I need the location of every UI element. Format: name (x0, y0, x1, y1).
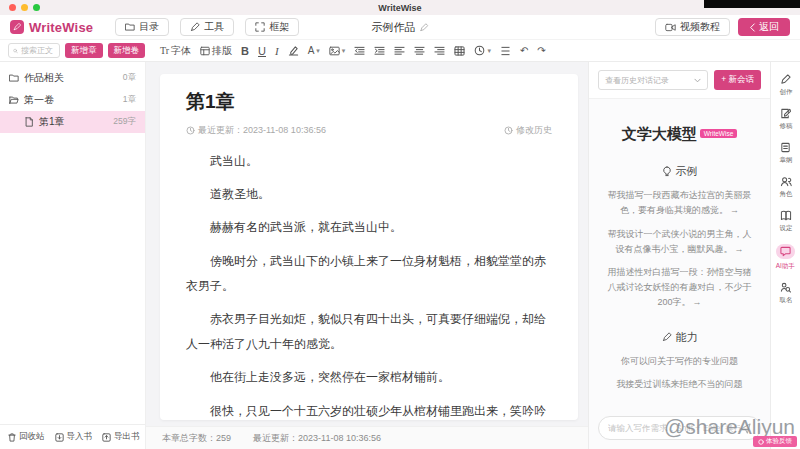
folder-icon (9, 73, 19, 83)
tree-item-count: 0章 (123, 72, 136, 84)
clock-icon (186, 126, 195, 135)
paragraph: 道教圣地。 (186, 182, 552, 207)
rail-item-characters[interactable]: 角色 (779, 176, 793, 199)
font-menu[interactable]: Tr字体 (160, 44, 191, 58)
rail-item-revise[interactable]: 修稿 (779, 108, 793, 131)
add-chapter-button[interactable]: 新增章 (65, 43, 103, 58)
search-input[interactable] (21, 46, 55, 55)
caret-down-icon: ▾ (316, 47, 320, 55)
table-icon (454, 46, 465, 56)
logo-text: WriteWise (29, 20, 93, 35)
revision-history-button[interactable]: 修改历史 (504, 124, 552, 137)
line-spacing-button[interactable] (500, 46, 511, 56)
paragraph: 很快，只见一个十五六岁的壮硕少年从棺材铺里跑出来，笑吟吟问：“大爷，不知您有什么… (186, 399, 552, 421)
redo-button[interactable]: ↷ (537, 45, 545, 56)
align-left-icon (394, 46, 405, 56)
history-clock-button[interactable]: ▾ (474, 45, 491, 56)
align-right-button[interactable] (434, 46, 445, 56)
indent-decrease-button[interactable] (354, 46, 365, 56)
highlighter-icon (288, 45, 299, 56)
catalog-button[interactable]: 目录 (115, 18, 169, 36)
lightbulb-icon (662, 166, 672, 177)
feature-rail: 创作 修稿 章纲 角色 设定 AI助手 (770, 62, 800, 449)
send-icon[interactable] (740, 423, 751, 434)
chat-bubble-icon (780, 246, 791, 257)
arrow-right-icon: → (693, 297, 702, 307)
example-prompt[interactable]: 帮我设计一个武侠小说的男主角，人设有点像韦小宝，幽默风趣。→ (605, 227, 754, 257)
feedback-badge[interactable]: 体验反馈 (753, 436, 797, 447)
align-center-button[interactable] (414, 46, 425, 56)
caret-down-icon: ▾ (487, 47, 491, 55)
create-pen-icon (780, 74, 791, 85)
bold-glyph: B (241, 45, 249, 57)
abilities-header: 能力 (589, 330, 770, 345)
undo-button[interactable]: ↶ (520, 45, 528, 56)
header-nav: 目录 工具 框架 (115, 18, 299, 36)
video-tutorial-button[interactable]: 视频教程 (655, 18, 730, 36)
search-box[interactable] (8, 43, 60, 58)
catalog-button-label: 目录 (139, 20, 159, 34)
layout-label: 排版 (212, 44, 232, 58)
tree-item-volume1[interactable]: 第一卷 1章 (0, 89, 145, 111)
back-button[interactable]: 返回 (738, 18, 790, 36)
align-left-button[interactable] (394, 46, 405, 56)
bold-button[interactable]: B (241, 45, 249, 57)
video-tutorial-label: 视频教程 (680, 20, 720, 34)
indent-increase-button[interactable] (374, 46, 385, 56)
screen-overlay-bar (704, 0, 800, 8)
undo-icon: ↶ (520, 45, 528, 56)
examples-title: 示例 (676, 164, 698, 179)
new-chat-button[interactable]: + 新会话 (714, 70, 761, 90)
rail-item-naming[interactable]: 取名 (779, 282, 793, 305)
export-book-label: 导出书 (114, 431, 140, 443)
abilities-title: 能力 (676, 330, 698, 345)
titlebar: WriteWise (0, 0, 800, 15)
example-prompt[interactable]: 用描述性对白描写一段：孙悟空与猪八戒讨论女妖怪的有趣对白，不少于200字。→ (605, 265, 754, 310)
rail-item-settings[interactable]: 设定 (779, 210, 793, 233)
trash-icon (8, 433, 16, 442)
chapter-meta: 最近更新：2023-11-08 10:36:56 修改历史 (186, 124, 552, 141)
ability-text: 我接受过训练来拒绝不当的问题 (605, 378, 754, 391)
chapter-tree: 作品相关 0章 第一卷 1章 第1章 259字 (0, 62, 145, 133)
tree-item-chapter1[interactable]: 第1章 259字 (0, 111, 145, 133)
example-prompt[interactable]: 帮我描写一段西藏布达拉宫的美丽景色，要有身临其境的感觉。→ (605, 188, 754, 218)
indent-decrease-icon (354, 46, 365, 56)
ai-prompt-input[interactable] (608, 423, 740, 433)
layout-menu[interactable]: 排版 (200, 44, 232, 58)
frame-icon (255, 22, 265, 32)
import-book-button[interactable]: 导入书 (55, 431, 93, 443)
rail-item-create[interactable]: 创作 (779, 74, 793, 97)
highlight-button[interactable] (288, 45, 299, 56)
document-icon (24, 117, 34, 127)
pen-nib-icon (662, 332, 672, 342)
underline-button[interactable]: U (258, 45, 266, 57)
formatting-icons: Tr字体 排版 B U I A▾ ▾ (160, 44, 546, 58)
add-volume-button[interactable]: 新增卷 (108, 43, 146, 58)
characters-icon (780, 176, 792, 187)
font-color-button[interactable]: A▾ (308, 45, 320, 56)
tree-item-related[interactable]: 作品相关 0章 (0, 67, 145, 89)
insert-image-button[interactable]: ▾ (329, 46, 346, 56)
tools-button[interactable]: 工具 (180, 18, 234, 36)
rail-item-outline[interactable]: 章纲 (779, 142, 793, 165)
export-book-button[interactable]: 导出书 (102, 431, 140, 443)
model-title: 文学大模型 (622, 125, 697, 143)
edit-pencil-icon[interactable] (420, 23, 429, 32)
rail-item-ai-assistant[interactable]: AI助手 (775, 244, 796, 271)
window-title: WriteWise (0, 3, 800, 13)
insert-table-button[interactable] (454, 46, 465, 56)
history-dropdown[interactable]: 查看历史对话记录 (598, 70, 708, 90)
ai-prompt-box[interactable] (598, 416, 761, 440)
import-icon (55, 433, 64, 442)
arrow-right-icon: → (735, 244, 744, 254)
ai-panel-header: 查看历史对话记录 + 新会话 (589, 62, 770, 99)
italic-button[interactable]: I (275, 45, 279, 57)
back-button-label: 返回 (759, 20, 779, 34)
chapter-content[interactable]: 武当山。 道教圣地。 赫赫有名的武当派，就在武当山中。 傍晚时分，武当山下的小镇… (186, 149, 552, 420)
redo-icon: ↷ (537, 45, 545, 56)
recycle-bin-button[interactable]: 回收站 (8, 431, 45, 443)
frame-button[interactable]: 框架 (245, 18, 299, 36)
editor-card[interactable]: 第1章 最近更新：2023-11-08 10:36:56 修改历史 武当山。 道… (160, 74, 578, 420)
ability-text: 你可以问关于写作的专业问题 (605, 355, 754, 368)
font-label: 字体 (171, 44, 191, 58)
